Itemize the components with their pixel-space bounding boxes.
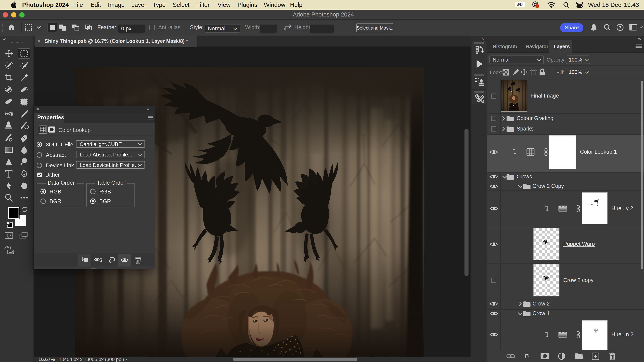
svg-text:?: ? [619,25,622,30]
